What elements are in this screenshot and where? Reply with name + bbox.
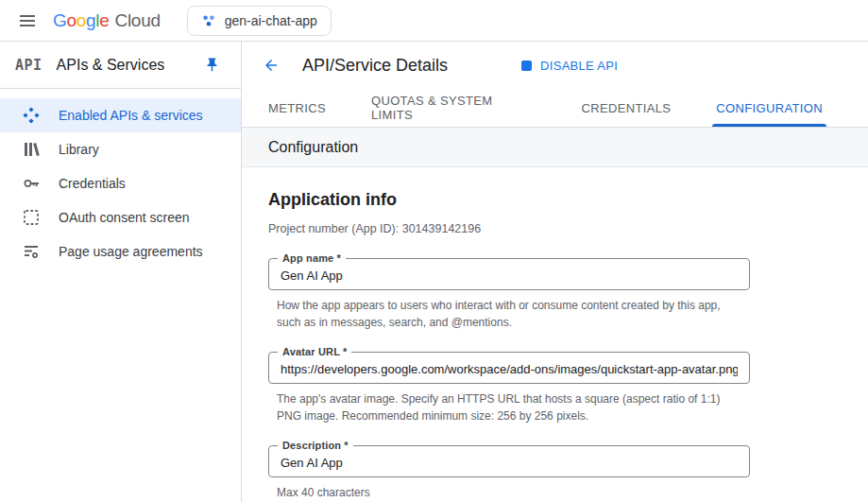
disable-api-label: DISABLE API [540,59,618,73]
project-selector[interactable]: gen-ai-chat-app [187,6,332,36]
google-cloud-logo: G o o g l e Cloud [53,10,161,31]
key-icon [23,175,40,192]
oauth-consent-icon [23,209,40,226]
avatar-url-helper-text: The app's avatar image. Specify an HTTPS… [277,390,747,424]
logo-letter: G [53,10,66,31]
configuration-section-header: Configuration [242,128,868,167]
hamburger-glyph [19,12,36,29]
sidebar-item-page-usage[interactable]: Page usage agreements [0,234,241,268]
hamburger-menu-icon[interactable] [15,9,40,33]
description-label: Description * [278,440,353,451]
sidebar-header: API APIs & Services [0,42,241,89]
avatar-url-field-group: Avatar URL * The app's avatar image. Spe… [268,352,750,424]
project-number: Project number (App ID): 301439142196 [268,222,842,235]
back-arrow-icon[interactable] [259,52,283,78]
page-header: API/Service Details DISABLE API [242,42,868,89]
sidebar-nav: Enabled APIs & services Library [0,89,241,268]
page-usage-icon [23,243,40,260]
stop-square-icon [521,61,532,71]
sidebar-item-label: Enabled APIs & services [59,108,203,123]
application-info-heading: Application info [268,190,842,210]
sidebar-item-credentials[interactable]: Credentials [0,166,241,200]
gcp-console: G o o g l e Cloud gen-ai-chat-app API AP… [0,0,868,502]
logo-letter: o [66,10,76,31]
library-icon [23,141,40,158]
sidebar-item-label: Library [59,142,99,157]
topbar: G o o g l e Cloud gen-ai-chat-app [0,0,868,42]
enabled-apis-icon [23,107,40,124]
logo-letter: e [99,10,109,31]
logo-letter: o [77,10,86,31]
app-name-helper-text: How the app appears to users who interac… [277,297,747,331]
app-name-field-group: App name * How the app appears to users … [268,258,750,331]
tab-credentials[interactable]: CREDENTIALS [581,89,671,127]
sidebar-item-oauth-consent[interactable]: OAuth consent screen [0,200,241,234]
sidebar: API APIs & Services Enabled APIs & servi… [0,42,242,502]
sidebar-title: APIs & Services [57,57,200,74]
pushpin-glyph [204,57,220,73]
logo-letter: g [86,10,95,31]
section-title: Configuration [268,139,358,156]
avatar-url-input-wrap: Avatar URL * [268,352,750,384]
disable-api-button[interactable]: DISABLE API [514,53,625,78]
description-input-wrap: Description * [268,445,750,477]
app-name-input-wrap: App name * [268,258,750,290]
sidebar-item-label: Credentials [59,176,126,191]
tab-quotas-system-limits[interactable]: QUOTAS & SYSTEM LIMITS [371,89,536,127]
cloud-wordmark: Cloud [115,10,161,31]
sidebar-item-enabled-apis[interactable]: Enabled APIs & services [0,98,241,132]
main-content: API/Service Details DISABLE API METRICS … [242,42,868,502]
project-selector-label: gen-ai-chat-app [225,13,317,28]
project-icon [201,13,216,28]
tab-metrics[interactable]: METRICS [268,89,326,127]
tab-bar: METRICS QUOTAS & SYSTEM LIMITS CREDENTIA… [242,89,868,128]
apis-services-logo: API [15,57,43,74]
description-field-group: Description * Max 40 characters [268,445,750,501]
back-arrow-glyph [263,56,280,75]
tab-configuration[interactable]: CONFIGURATION [716,89,823,127]
app-name-label: App name * [278,252,346,264]
description-helper-text: Max 40 characters [277,484,747,501]
pin-icon[interactable] [200,53,224,77]
configuration-content: Application info Project number (App ID)… [242,167,868,502]
avatar-url-label: Avatar URL * [278,346,351,357]
sidebar-item-label: Page usage agreements [59,244,203,259]
sidebar-item-label: OAuth consent screen [59,210,190,225]
page-title: API/Service Details [302,56,448,76]
sidebar-item-library[interactable]: Library [0,132,241,166]
